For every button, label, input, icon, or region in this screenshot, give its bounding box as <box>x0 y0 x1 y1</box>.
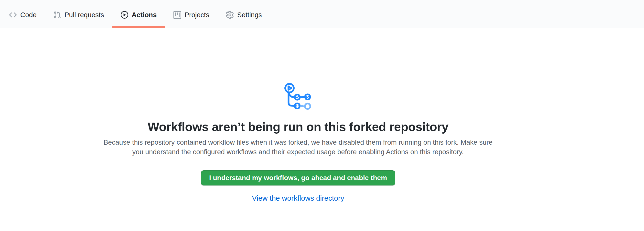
tab-settings[interactable]: Settings <box>218 0 270 28</box>
repo-tab-nav: Code Pull requests Actions Projects Sett <box>0 0 644 28</box>
tab-projects[interactable]: Projects <box>165 0 218 28</box>
code-icon <box>9 11 17 19</box>
project-board-icon <box>174 11 181 19</box>
tab-actions-label: Actions <box>132 12 157 18</box>
tab-pull-requests-label: Pull requests <box>64 12 104 18</box>
actions-content: Workflows aren’t being run on this forke… <box>0 28 644 231</box>
workflows-disabled-blankslate: Workflows aren’t being run on this forke… <box>98 82 498 203</box>
git-pull-request-icon <box>53 11 61 19</box>
play-circle-icon <box>121 11 128 19</box>
github-actions-page: Code Pull requests Actions Projects Sett <box>0 0 644 231</box>
tab-code-label: Code <box>20 12 37 18</box>
tab-code[interactable]: Code <box>1 0 45 28</box>
tab-projects-label: Projects <box>185 12 209 18</box>
view-workflows-directory-link[interactable]: View the workflows directory <box>252 194 344 202</box>
tab-pull-requests[interactable]: Pull requests <box>45 0 112 28</box>
blankslate-description: Because this repository contained workfl… <box>98 137 498 157</box>
tab-actions[interactable]: Actions <box>112 0 165 28</box>
tab-settings-label: Settings <box>237 12 262 18</box>
workflow-icon <box>98 82 498 110</box>
gear-icon <box>226 11 234 19</box>
blankslate-heading: Workflows aren’t being run on this forke… <box>98 121 498 133</box>
workflows-directory-link-row: View the workflows directory <box>98 194 498 203</box>
enable-workflows-button[interactable]: I understand my workflows, go ahead and … <box>201 170 395 185</box>
